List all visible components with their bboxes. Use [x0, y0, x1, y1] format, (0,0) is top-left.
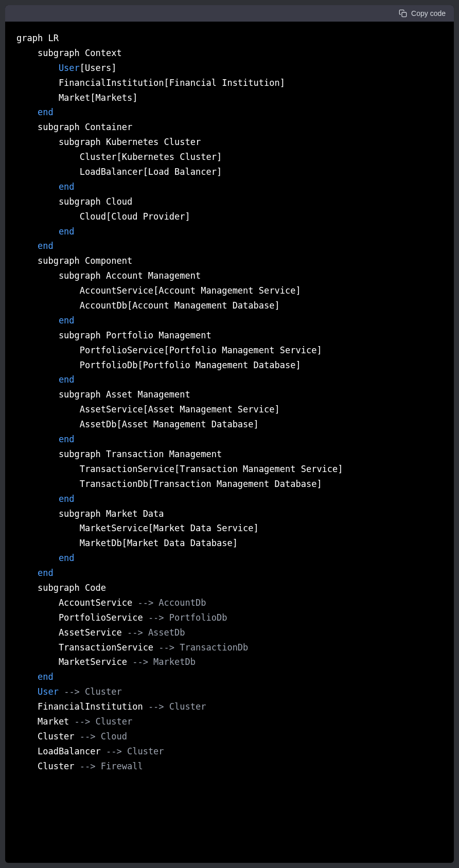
code-end: end: [16, 226, 75, 237]
code-token: MarketService: [16, 657, 132, 667]
code-line: subgraph Kubernetes Cluster: [16, 137, 201, 147]
code-token: --> Cluster: [64, 686, 122, 697]
code-token: TransactionService: [16, 642, 158, 653]
code-line: graph LR: [16, 33, 59, 43]
code-token: AssetService: [16, 627, 127, 638]
code-end: end: [16, 241, 54, 251]
clipboard-icon: [399, 9, 407, 17]
code-line: subgraph Code: [16, 583, 106, 593]
code-line: subgraph Market Data: [16, 509, 164, 519]
code-token: Cluster: [16, 731, 80, 742]
code-end: end: [16, 374, 75, 385]
copy-code-label: Copy code: [411, 9, 446, 17]
code-line: PortfolioService[Portfolio Management Se…: [16, 345, 322, 355]
code-token: LoadBalancer: [16, 746, 106, 756]
code-token: User: [16, 686, 59, 697]
code-token: [Users]: [80, 63, 117, 73]
code-line: subgraph Portfolio Management: [16, 330, 211, 340]
copy-code-button[interactable]: Copy code: [399, 9, 446, 17]
code-end: end: [16, 672, 54, 682]
code-line: Market[Markets]: [16, 93, 137, 103]
code-line: subgraph Asset Management: [16, 389, 190, 400]
code-line: AssetService[Asset Management Service]: [16, 404, 280, 414]
code-end: end: [16, 107, 54, 117]
code-token: [59, 686, 64, 697]
code-line: subgraph Container: [16, 122, 132, 132]
code-token: Cluster: [16, 761, 80, 771]
code-token: --> AccountDb: [137, 598, 206, 608]
code-line: Cloud[Cloud Provider]: [16, 211, 190, 222]
code-line: PortfolioDb[Portfolio Management Databas…: [16, 360, 301, 370]
code-line: TransactionService[Transaction Managemen…: [16, 464, 343, 474]
code-token: --> MarketDb: [132, 657, 196, 667]
code-block: Copy code graph LR subgraph Context User…: [5, 5, 454, 863]
code-end: end: [16, 553, 75, 563]
code-line: LoadBalancer[Load Balancer]: [16, 167, 222, 177]
code-line: subgraph Context: [16, 48, 122, 58]
code-line: TransactionDb[Transaction Management Dat…: [16, 479, 322, 489]
code-line: Cluster[Kubernetes Cluster]: [16, 152, 222, 162]
code-end: end: [16, 494, 75, 504]
code-line: subgraph Cloud: [16, 196, 132, 207]
code-line: AssetDb[Asset Management Database]: [16, 419, 259, 429]
code-line: MarketService[Market Data Service]: [16, 523, 259, 533]
code-token: User: [16, 63, 80, 73]
code-token: FinancialInstitution: [16, 701, 148, 712]
code-end: end: [16, 182, 75, 192]
code-header: Copy code: [5, 5, 454, 22]
code-token: --> Cluster: [75, 716, 133, 727]
code-line: subgraph Component: [16, 256, 132, 266]
code-line: subgraph Transaction Management: [16, 449, 222, 459]
code-token: --> Cluster: [106, 746, 164, 756]
code-content[interactable]: graph LR subgraph Context User[Users] Fi…: [5, 22, 454, 863]
code-token: --> AssetDb: [127, 627, 185, 638]
code-token: --> PortfolioDb: [148, 612, 227, 623]
code-token: --> Cluster: [148, 701, 206, 712]
code-token: PortfolioService: [16, 612, 148, 623]
code-end: end: [16, 315, 75, 326]
code-line: AccountService[Account Management Servic…: [16, 285, 301, 296]
code-end: end: [16, 434, 75, 444]
code-line: FinancialInstitution[Financial Instituti…: [16, 78, 285, 88]
code-line: MarketDb[Market Data Database]: [16, 538, 238, 548]
code-token: --> Cloud: [80, 731, 127, 742]
code-token: AccountService: [16, 598, 137, 608]
code-token: --> TransactionDb: [158, 642, 248, 653]
code-line: subgraph Account Management: [16, 270, 201, 281]
code-line: AccountDb[Account Management Database]: [16, 300, 280, 311]
code-token: Market: [16, 716, 75, 727]
code-end: end: [16, 568, 54, 578]
code-token: --> Firewall: [80, 761, 143, 771]
svg-rect-0: [402, 12, 407, 17]
